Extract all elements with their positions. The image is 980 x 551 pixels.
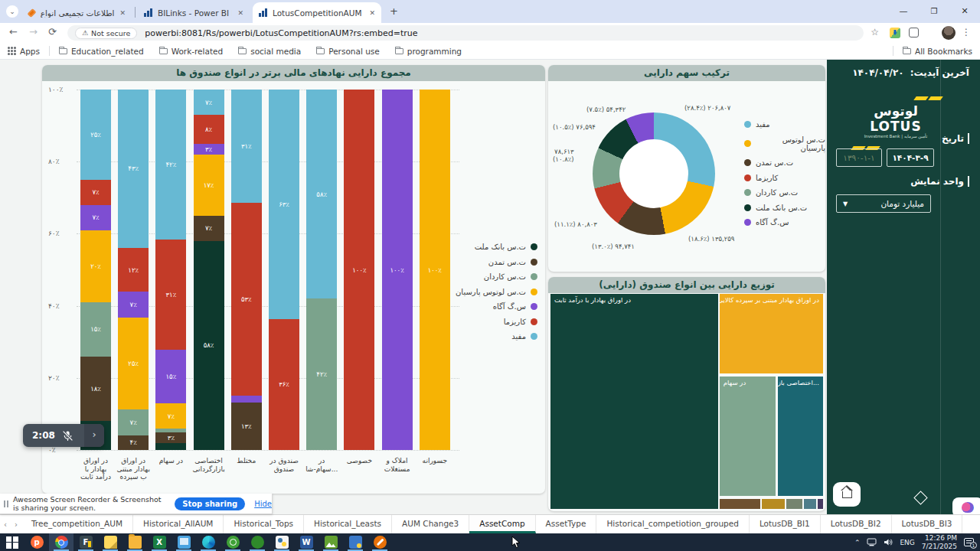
stop-sharing-button[interactable]: Stop sharing [175, 497, 245, 510]
bar-segment[interactable]: ۵۸٪ [194, 241, 224, 450]
refresh-icon[interactable]: ⟳ [48, 26, 57, 37]
bar-segment[interactable]: ۶۳٪ [269, 90, 299, 319]
stacked-bar[interactable]: ۱۰۰٪ [344, 90, 374, 450]
legend-item[interactable]: کاریزما [456, 318, 537, 326]
bar-segment[interactable]: ۸٪ [194, 115, 224, 144]
taskbar-clock[interactable]: 12:26 PM7/21/2025 [922, 534, 957, 550]
bookmark-star-icon[interactable]: ☆ [871, 27, 879, 37]
bar-segment[interactable]: ۳۶٪ [269, 319, 299, 450]
bookmark-folder[interactable]: Education_related [59, 47, 144, 56]
bar-segment[interactable]: ۲۵٪ [80, 90, 111, 180]
taskbar-word[interactable]: W [294, 533, 318, 551]
speaker-icon[interactable] [884, 538, 893, 546]
bar-segment[interactable]: ۳۱٪ [231, 90, 262, 202]
bar-segment[interactable] [155, 443, 186, 450]
browser-tab-1[interactable]: اطلاعات تجمیعی انواع صندوق‌ها ✕ [23, 2, 132, 23]
all-bookmarks-button[interactable]: All Bookmarks [903, 47, 972, 56]
stacked-bar[interactable]: ۴٪۷٪۲۵٪۷٪۱۲٪۴۳٪ [118, 90, 149, 450]
stacked-bar[interactable]: ۳۶٪۶۳٪ [269, 90, 299, 450]
screen-recorder-pill[interactable]: 2:08 › [23, 424, 104, 447]
new-tab-button[interactable]: + [387, 5, 400, 18]
donut-chart[interactable] [593, 112, 715, 235]
tab-close-icon[interactable]: ✕ [369, 9, 375, 17]
taskbar-laptop-app[interactable] [172, 533, 196, 551]
taskbar-photos-app[interactable] [318, 533, 343, 551]
bookmark-folder[interactable]: Work-related [159, 47, 224, 56]
treemap-tile[interactable]: ...اختصاصی باز [778, 377, 823, 496]
address-bar[interactable]: ⚠Not secure powerbi:8081/Rs/powerbi/Lotu… [67, 25, 864, 41]
bar-segment[interactable]: ۴۲٪ [306, 298, 337, 450]
profile-avatar[interactable] [942, 26, 956, 40]
report-page-tab[interactable]: Historical_Tops [224, 515, 304, 533]
bar-segment[interactable]: ۴٪ [118, 435, 149, 450]
treemap-tile[interactable]: در اوراق بهادار مبتنی بر سپرده کالایی [720, 294, 823, 373]
taskbar-start-button[interactable] [0, 533, 24, 551]
legend-item[interactable]: ت.س بانک ملت [456, 243, 537, 251]
bar-segment[interactable]: ۱۲٪ [118, 248, 149, 292]
treemap-tile[interactable]: در اوراق بهادار با درآمد ثابت [550, 294, 718, 509]
forward-icon[interactable]: → [29, 26, 38, 37]
taskbar-anaconda-navigator[interactable] [220, 533, 245, 551]
report-page-tab[interactable]: LotusDB_BI2 [821, 515, 892, 533]
report-page-tab[interactable]: Historical_AllAUM [133, 515, 224, 533]
bookmark-folder[interactable]: social media [238, 47, 301, 56]
taskbar-edge[interactable] [196, 533, 220, 551]
bar-segment[interactable]: ۷٪ [118, 292, 149, 318]
browser-tab-2[interactable]: BILinks - Power BI Report Serve ✕ [138, 2, 250, 23]
bar-segment[interactable]: ۷٪ [194, 216, 224, 241]
tabs-scroll-left-icon[interactable]: ‹ [0, 515, 11, 533]
legend-item[interactable]: ت.س تمدن [744, 158, 825, 167]
legend-item[interactable]: مفید [744, 120, 825, 129]
menu-dots-icon[interactable]: ⋮ [962, 27, 971, 37]
bar-segment[interactable]: ۳۱٪ [155, 240, 186, 350]
treemap-tile-small[interactable] [762, 499, 785, 509]
taskbar-file-explorer[interactable] [122, 533, 147, 551]
expand-chevron-icon[interactable]: › [84, 424, 104, 447]
bookmark-folder[interactable]: programming [395, 47, 462, 56]
tray-chevron-icon[interactable]: ⌃ [854, 539, 861, 546]
bar-segment[interactable]: ۱۸٪ [80, 357, 111, 422]
treemap-tile-small[interactable] [720, 499, 760, 509]
stacked-bar[interactable]: ۵۸٪۷٪۱۷٪۳٪۸٪۷٪ [194, 90, 224, 450]
legend-item[interactable]: ت.س بانک ملت [744, 204, 825, 212]
tab-close-icon[interactable]: ✕ [119, 9, 126, 17]
bar-segment[interactable]: ۱۰۰٪ [420, 90, 450, 450]
legend-item[interactable]: مفید [456, 332, 537, 341]
taskbar-powerbi-desktop[interactable]: F [74, 533, 98, 551]
bar-segment[interactable]: ۷٪ [80, 205, 111, 230]
stacked-bar[interactable]: ۱۸٪۱۵٪۲۰٪۷٪۷٪۲۵٪ [80, 90, 111, 450]
mic-muted-icon[interactable] [62, 430, 74, 442]
legend-item[interactable]: س.گ آگاه [456, 302, 537, 311]
taskbar-sticky-notes[interactable] [98, 533, 122, 551]
report-page-tab[interactable]: LotusDB_BI1 [750, 515, 821, 533]
notification-center-icon[interactable]: 1 [964, 538, 974, 546]
bar-segment[interactable]: ۵۳٪ [231, 203, 262, 396]
extensions-icon[interactable] [909, 28, 919, 37]
bookmark-folder[interactable]: Personal use [316, 47, 380, 56]
bar-segment[interactable]: ۷٪ [80, 180, 111, 205]
legend-item[interactable]: ت.س لوتوس پارسیان [456, 288, 537, 296]
bar-segment[interactable]: ۷٪ [194, 90, 224, 115]
network-icon[interactable] [867, 538, 877, 546]
bar-segment[interactable]: ۴۲٪ [155, 90, 186, 240]
bar-segment[interactable]: ۱۵٪ [80, 302, 111, 357]
download-extension-icon[interactable] [890, 28, 900, 38]
date-from-input[interactable]: ۱۳۹۰-۱-۱ [836, 148, 882, 167]
treemap-tile-small[interactable] [786, 499, 802, 509]
bar-segment[interactable]: ۱۳٪ [231, 403, 262, 450]
bar-segment[interactable]: ۵۸٪ [306, 90, 337, 298]
report-page-tab[interactable]: Historical_competiotion_grouped [596, 515, 749, 533]
legend-item[interactable]: س.گ آگاه [744, 218, 825, 227]
eraser-diamond-icon[interactable] [913, 491, 927, 504]
legend-item[interactable]: ت.س کاردان [456, 272, 537, 281]
stacked-bar[interactable]: ۱۰۰٪ [382, 90, 413, 450]
tab-search-icon[interactable]: ⌄ [6, 5, 18, 18]
report-page-tab[interactable]: Historical_Leasts [304, 515, 392, 533]
taskbar-blue-tools-app[interactable] [343, 533, 368, 551]
report-page-tab[interactable]: AssetComp [469, 515, 535, 533]
stacked-bar[interactable]: ۴۲٪۵۸٪ [306, 90, 337, 450]
stacked-bar[interactable]: ۳٪۷٪۱۵٪۳۱٪۴۲٪ [155, 90, 186, 450]
treemap-tile-small[interactable] [804, 499, 816, 509]
bar-segment[interactable]: ۳٪ [194, 144, 224, 155]
restore-button[interactable]: ❐ [919, 0, 949, 23]
